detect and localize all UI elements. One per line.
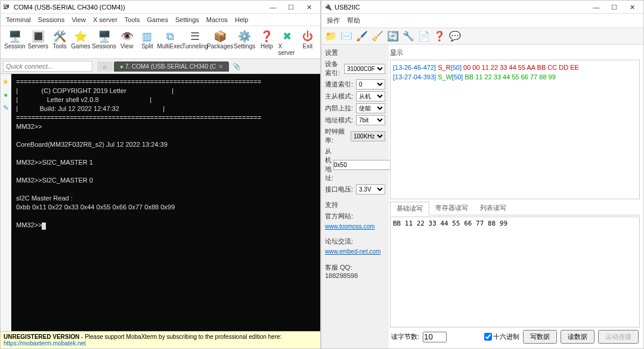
terminal[interactable]: ========================================… bbox=[11, 74, 320, 331]
menubar-right: 操作帮助 bbox=[321, 14, 643, 28]
titlebar-left: 🖳 COM4 (USB-SERIAL CH340 (COM4)) — ☐ ✕ bbox=[1, 1, 320, 14]
window-title: COM4 (USB-SERIAL CH340 (COM4)) bbox=[14, 4, 125, 11]
menu-help[interactable]: Help bbox=[232, 15, 252, 24]
ch_index-field[interactable]: 0 bbox=[356, 79, 385, 89]
bytes-input[interactable] bbox=[423, 332, 447, 342]
toolbar-view[interactable]: 👁️View bbox=[117, 29, 137, 57]
globe-icon[interactable]: ● bbox=[4, 91, 8, 99]
menu-settings[interactable]: Settings bbox=[172, 15, 202, 24]
quick-connect-row: ⌂ ● 7. COM4 (USB-SERIAL CH340 (C✕ 📎 bbox=[1, 59, 320, 74]
pull-field[interactable]: 使能 bbox=[356, 103, 385, 113]
left-sidebar: ★ ● ✎ bbox=[1, 74, 11, 331]
toolbar-multiexec[interactable]: ⧉MultiExec bbox=[157, 29, 182, 57]
menu-tools[interactable]: Tools bbox=[122, 15, 143, 24]
toolbar-help[interactable]: ❓Help bbox=[256, 29, 277, 57]
log-box[interactable]: [13-26-46-472] S_R[50] 00 00 11 22 33 44… bbox=[390, 60, 640, 199]
menu-sessions[interactable]: Sessions bbox=[35, 15, 68, 24]
data-tabs: 基础读写寄存器读写列表读写 bbox=[390, 202, 640, 215]
toolbar-icon[interactable]: ❓ bbox=[434, 30, 445, 42]
minimize-button[interactable]: — bbox=[587, 1, 605, 13]
toolbar-exit[interactable]: ⏻Exit bbox=[298, 29, 318, 57]
menu-view[interactable]: View bbox=[69, 15, 89, 24]
voltage-field[interactable]: 3.3V bbox=[356, 184, 385, 194]
star-icon[interactable]: ★ bbox=[2, 78, 9, 86]
toolbar-icon[interactable]: 📄 bbox=[418, 30, 430, 42]
data-box[interactable]: BB 11 22 33 44 55 66 77 88 99 bbox=[390, 217, 640, 328]
paperclip-icon[interactable]: 📎 bbox=[233, 63, 241, 70]
menu-item[interactable]: 操作 bbox=[324, 15, 343, 26]
bottom-row: 读字节数: 十六进制 写数据 读数据 运动连接 bbox=[390, 328, 640, 346]
usb2iic-window: 🔌 USB2IIC — ☐ ✕ 操作帮助 📁✉️🖌️🧹🔄🔧📄❓💬 设置 设备索引… bbox=[321, 0, 644, 349]
toolbar-icon[interactable]: 🔄 bbox=[387, 30, 399, 42]
support-heading: 支持 bbox=[325, 200, 385, 209]
terminal-area: ★ ● ✎ ==================================… bbox=[1, 74, 320, 331]
toolbar-games[interactable]: ⭐Games bbox=[70, 29, 91, 57]
settings-panel: 设置 设备索引:31000C0F通道索引:0主从模式:从机内部上拉:使能地址模式… bbox=[321, 45, 389, 348]
menubar-left: TerminalSessionsViewX serverToolsGamesSe… bbox=[1, 14, 320, 26]
toolbar-icon[interactable]: 🧹 bbox=[371, 30, 383, 42]
toolbar-icon[interactable]: ✉️ bbox=[340, 30, 352, 42]
toolbar-tools[interactable]: 🛠️Tools bbox=[49, 29, 70, 57]
footer-link[interactable]: https://mobaxterm.mobatek.net bbox=[4, 340, 86, 347]
toolbar-split[interactable]: ▥Split bbox=[137, 29, 157, 57]
toolbar-tunneling[interactable]: ☰Tunneling bbox=[182, 29, 208, 57]
toolbar-servers[interactable]: 🔳Servers bbox=[27, 29, 49, 57]
maximize-button[interactable]: ☐ bbox=[605, 1, 623, 13]
menu-macros[interactable]: Macros bbox=[203, 15, 231, 24]
close-button[interactable]: ✕ bbox=[300, 1, 318, 13]
display-heading: 显示 bbox=[390, 48, 640, 57]
iconbar-right: 📁✉️🖌️🧹🔄🔧📄❓💬 bbox=[321, 28, 643, 45]
toolbar-settings[interactable]: ⚙️Settings bbox=[233, 29, 256, 57]
window-title: USB2IIC bbox=[335, 4, 360, 11]
data-tab[interactable]: 列表读写 bbox=[474, 202, 512, 215]
menu-games[interactable]: Games bbox=[144, 15, 171, 24]
titlebar-right: 🔌 USB2IIC — ☐ ✕ bbox=[321, 1, 643, 14]
read-button[interactable]: 读数据 bbox=[561, 330, 595, 344]
data-tab[interactable]: 寄存器读写 bbox=[429, 202, 474, 215]
settings-heading: 设置 bbox=[325, 48, 385, 57]
app-icon: 🔌 bbox=[324, 3, 332, 11]
menu-item[interactable]: 帮助 bbox=[344, 15, 363, 26]
right-content: 显示 [13-26-46-472] S_R[50] 00 00 11 22 33… bbox=[389, 45, 643, 348]
addr_mode-field[interactable]: 7bit bbox=[356, 115, 385, 125]
write-button[interactable]: 写数据 bbox=[523, 330, 557, 344]
menu-x server[interactable]: X server bbox=[90, 15, 120, 24]
clock-field[interactable]: 100KHz bbox=[351, 131, 385, 141]
toolbar-session[interactable]: 🖥️Session bbox=[3, 29, 27, 57]
connect-button[interactable]: 运动连接 bbox=[598, 330, 639, 344]
mobaxterm-window: 🖳 COM4 (USB-SERIAL CH340 (COM4)) — ☐ ✕ T… bbox=[0, 0, 321, 349]
hex-checkbox[interactable]: 十六进制 bbox=[484, 332, 519, 341]
app-icon: 🖳 bbox=[3, 3, 11, 11]
minimize-button[interactable]: — bbox=[264, 1, 282, 13]
footer-bar: UNREGISTERED VERSION - Please support Mo… bbox=[1, 331, 320, 348]
toolbar-icon[interactable]: 💬 bbox=[449, 30, 461, 42]
toolbar-icon[interactable]: 🖌️ bbox=[356, 30, 368, 42]
toolbar-left: 🖥️Session🔳Servers🛠️Tools⭐Games🖥️Sessions… bbox=[1, 26, 320, 59]
cursor-icon bbox=[42, 223, 46, 230]
tab-session[interactable]: ● 7. COM4 (USB-SERIAL CH340 (C✕ bbox=[114, 61, 229, 72]
menu-terminal[interactable]: Terminal bbox=[3, 15, 34, 24]
dev_index-field[interactable]: 31000C0F bbox=[344, 64, 385, 74]
tab-home[interactable]: ⌂ bbox=[97, 61, 113, 72]
toolbar-sessions[interactable]: 🖥️Sessions bbox=[92, 29, 117, 57]
forum-link[interactable]: www.embed-net.com bbox=[325, 248, 380, 255]
brush-icon[interactable]: ✎ bbox=[3, 104, 9, 112]
data-tab[interactable]: 基础读写 bbox=[390, 202, 429, 215]
toolbar-packages[interactable]: 📦Packages bbox=[208, 29, 233, 57]
master-field[interactable]: 从机 bbox=[356, 91, 385, 101]
tab-close-icon[interactable]: ✕ bbox=[218, 63, 223, 70]
toolbar-icon[interactable]: 📁 bbox=[325, 30, 337, 42]
maximize-button[interactable]: ☐ bbox=[282, 1, 300, 13]
toolbar-x server[interactable]: ✖X server bbox=[277, 29, 297, 57]
close-button[interactable]: ✕ bbox=[623, 1, 641, 13]
quick-connect-input[interactable] bbox=[3, 61, 92, 72]
official-site-link[interactable]: www.toomoss.com bbox=[325, 223, 374, 230]
toolbar-icon[interactable]: 🔧 bbox=[402, 30, 414, 42]
